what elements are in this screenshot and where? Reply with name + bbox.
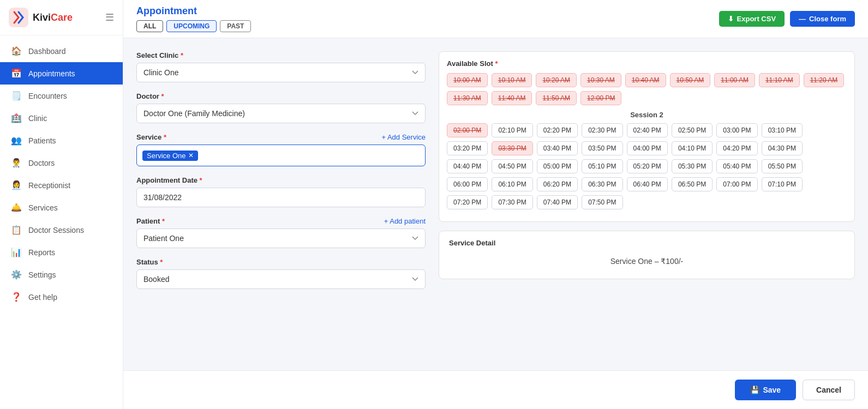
service-group: Service * + Add Service Service One ✕ [136,133,426,166]
slot-button[interactable]: 02:40 PM [627,123,668,137]
slot-button[interactable]: 10:40 AM [625,73,666,87]
slot-button[interactable]: 04:00 PM [627,141,668,155]
sidebar-item-appointments[interactable]: 📅 Appointments [0,62,123,85]
close-form-button[interactable]: — Close form [790,11,855,27]
sidebar-item-clinic[interactable]: 🏥 Clinic [0,107,123,129]
slot-button[interactable]: 10:10 AM [492,73,532,87]
slot-button[interactable]: 03:10 PM [762,123,803,137]
slot-button[interactable]: 02:00 PM [447,123,488,137]
sidebar-item-receptionist[interactable]: 👩‍💼 Receptionist [0,174,123,196]
footer-actions: 💾 Save Cancel [123,370,868,409]
doctor-dropdown[interactable]: Doctor One (Family Medicine) [136,104,426,123]
status-group: Status * Booked [136,258,426,289]
slot-button[interactable]: 04:40 PM [447,159,488,173]
reports-icon: 📊 [11,247,22,257]
slot-button[interactable]: 10:00 AM [447,73,488,87]
add-patient-link[interactable]: + Add patient [384,217,426,225]
status-dropdown[interactable]: Booked [136,269,426,289]
slot-button[interactable]: 05:10 PM [582,159,622,173]
sidebar-item-label: Doctors [28,159,55,167]
service-detail-label: Service Detail [449,239,845,247]
service-tag: Service One ✕ [142,151,198,161]
appointment-date-input[interactable] [136,188,426,207]
slot-button[interactable]: 11:20 AM [804,73,845,87]
sidebar-item-label: Receptionist [28,181,70,190]
add-service-link[interactable]: + Add Service [381,133,426,141]
sidebar-item-label: Services [28,203,58,212]
slot-button[interactable]: 12:00 PM [580,91,621,105]
slot-button[interactable]: 04:20 PM [716,141,757,155]
slot-button[interactable]: 03:40 PM [537,141,578,155]
slot-button[interactable]: 06:30 PM [582,177,622,191]
slot-button[interactable]: 07:40 PM [537,195,578,209]
slot-button[interactable]: 03:30 PM [492,141,532,155]
content-area: Select Clinic * Clinic One Doctor * Doct… [123,38,868,370]
export-csv-button[interactable]: ⬇ Export CSV [719,11,785,27]
slot-button[interactable]: 05:50 PM [762,159,803,173]
topbar: Appointment ALL UPCOMING PAST ⬇ Export C… [123,0,868,38]
sidebar-item-label: Encounters [28,92,67,100]
slot-button[interactable]: 11:40 AM [492,91,532,105]
sidebar-item-settings[interactable]: ⚙️ Settings [0,263,123,286]
slot-button[interactable]: 06:10 PM [492,177,532,191]
topbar-right: ⬇ Export CSV — Close form [719,11,855,27]
slot-button[interactable]: 07:00 PM [716,177,757,191]
dashboard-icon: 🏠 [11,46,22,56]
slot-button[interactable]: 06:50 PM [672,177,713,191]
slot-button[interactable]: 04:10 PM [672,141,713,155]
slot-button[interactable]: 03:20 PM [447,141,488,155]
slot-button[interactable]: 02:10 PM [492,123,532,137]
sidebar-item-dashboard[interactable]: 🏠 Dashboard [0,40,123,62]
patient-dropdown[interactable]: Patient One [136,228,426,248]
slot-button[interactable]: 06:40 PM [627,177,668,191]
cancel-button[interactable]: Cancel [803,380,855,400]
slot-button[interactable]: 02:50 PM [672,123,713,137]
page-title: Appointment [136,5,251,17]
slot-button[interactable]: 10:50 AM [670,73,711,87]
slot-button[interactable]: 02:20 PM [537,123,578,137]
tab-all[interactable]: ALL [136,20,163,32]
appointment-date-label: Appointment Date * [136,176,426,184]
slot-button[interactable]: 02:30 PM [582,123,622,137]
sidebar-item-doctor-sessions[interactable]: 📋 Doctor Sessions [0,219,123,241]
hamburger-icon[interactable]: ☰ [105,11,114,23]
sidebar-item-patients[interactable]: 👥 Patients [0,129,123,152]
slot-button[interactable]: 11:10 AM [759,73,800,87]
help-icon: ❓ [11,292,22,302]
slot-button[interactable]: 10:30 AM [580,73,621,87]
tab-upcoming[interactable]: UPCOMING [166,20,217,32]
slot-button[interactable]: 03:00 PM [716,123,757,137]
slot-button[interactable]: 03:50 PM [582,141,622,155]
settings-icon: ⚙️ [11,269,22,280]
slot-button[interactable]: 04:50 PM [492,159,532,173]
slot-button[interactable]: 11:00 AM [714,73,755,87]
slot-button[interactable]: 11:30 AM [447,91,488,105]
sidebar-item-get-help[interactable]: ❓ Get help [0,286,123,308]
slot-button[interactable]: 05:20 PM [627,159,668,173]
select-clinic-dropdown[interactable]: Clinic One [136,63,426,82]
sidebar-item-doctors[interactable]: 👨‍⚕️ Doctors [0,152,123,174]
slot-button[interactable]: 06:20 PM [537,177,578,191]
slot-button[interactable]: 07:50 PM [582,195,622,209]
save-button[interactable]: 💾 Save [735,380,796,400]
close-form-label: Close form [809,15,846,23]
slot-button[interactable]: 05:00 PM [537,159,578,173]
slot-button[interactable]: 10:20 AM [536,73,577,87]
service-tag-input[interactable]: Service One ✕ [136,145,426,166]
sidebar-item-encounters[interactable]: 🗒️ Encounters [0,85,123,107]
sidebar-item-services[interactable]: 🛎️ Services [0,196,123,219]
slot-button[interactable]: 05:30 PM [672,159,713,173]
sidebar-item-reports[interactable]: 📊 Reports [0,241,123,263]
tab-past[interactable]: PAST [220,20,251,32]
slot-button[interactable]: 07:20 PM [447,195,488,209]
slot-button[interactable]: 06:00 PM [447,177,488,191]
service-tag-remove[interactable]: ✕ [188,152,194,159]
slot-button[interactable]: 04:30 PM [762,141,803,155]
slot-button[interactable]: 11:50 AM [536,91,577,105]
slot-button[interactable]: 07:10 PM [762,177,803,191]
sidebar: KiviCare ☰ 🏠 Dashboard 📅 Appointments 🗒️… [0,0,123,409]
form-panel: Select Clinic * Clinic One Doctor * Doct… [136,51,426,357]
export-csv-label: Export CSV [737,15,776,23]
slot-button[interactable]: 07:30 PM [492,195,532,209]
slot-button[interactable]: 05:40 PM [716,159,757,173]
